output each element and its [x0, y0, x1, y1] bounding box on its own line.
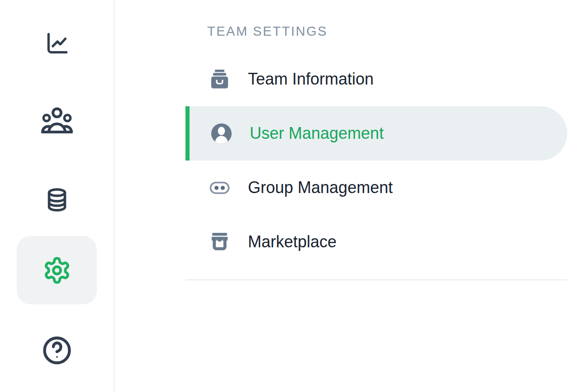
settings-gear-icon: [43, 256, 71, 285]
menu-item-group-management[interactable]: Group Management: [185, 161, 567, 215]
sidebar-item-help[interactable]: [17, 316, 97, 384]
page-title: TEAM SETTINGS: [207, 24, 328, 39]
icon-rail-sidebar: [0, 0, 114, 392]
database-icon: [44, 187, 70, 214]
user-icon: [210, 122, 233, 145]
archive-icon: [208, 68, 231, 90]
help-icon: [42, 335, 72, 365]
menu-item-marketplace[interactable]: Marketplace: [185, 215, 567, 269]
menu-item-label: User Management: [250, 124, 384, 143]
menu-item-label: Marketplace: [248, 232, 337, 251]
menu-item-user-management[interactable]: User Management: [185, 106, 567, 161]
section-divider: [185, 279, 567, 280]
menu-item-label: Team Information: [248, 70, 374, 89]
menu-item-team-information[interactable]: Team Information: [185, 52, 567, 106]
group-toggle-icon: [208, 176, 231, 199]
storefront-icon: [208, 231, 231, 253]
sidebar-item-team[interactable]: [17, 86, 97, 155]
menu-item-label: Group Management: [248, 178, 393, 197]
sidebar-item-database[interactable]: [17, 166, 97, 234]
sidebar-item-settings[interactable]: [17, 236, 97, 304]
line-chart-icon: [44, 31, 70, 57]
team-icon: [40, 107, 74, 135]
sidebar-item-analytics[interactable]: [17, 9, 97, 78]
